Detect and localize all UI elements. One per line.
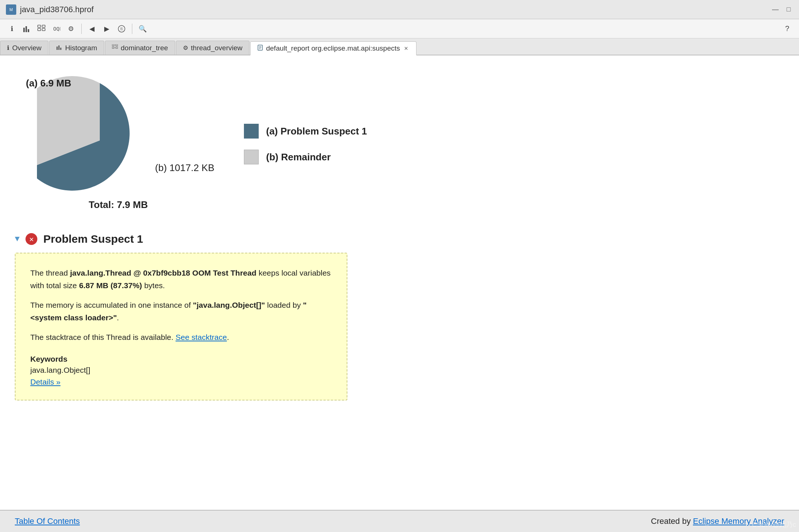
info-toolbar-button[interactable]: ℹ <box>6 23 18 35</box>
tab-overview-label: Overview <box>12 44 41 52</box>
main-window: M java_pid38706.hprof — □ ℹ OQL ⚙ ◀ ▶ ⎘ … <box>0 0 799 532</box>
desc2-before: The memory is accumulated in one instanc… <box>30 301 193 309</box>
keywords-title: Keywords <box>30 355 332 364</box>
svg-text:M: M <box>9 7 13 12</box>
tab-bar: ℹ Overview Histogram dominator_tree ⚙ th… <box>0 38 799 55</box>
export-toolbar-button[interactable]: ⎘ <box>116 23 127 35</box>
desc3-after: . <box>227 333 229 341</box>
app-icon: M <box>6 4 16 15</box>
svg-rect-16 <box>112 47 114 48</box>
watermark: CSDN @此乃c <box>752 520 796 529</box>
svg-rect-17 <box>116 44 118 46</box>
svg-rect-5 <box>38 25 41 27</box>
svg-rect-3 <box>26 26 27 32</box>
tab-default-report[interactable]: default_report org.eclipse.mat.api:suspe… <box>250 41 416 55</box>
tab-thread-label: thread_overview <box>191 44 242 52</box>
main-content: (a) 6.9 MB (b) 1017.2 KB Total: 7.9 MB <box>0 55 799 510</box>
toc-link[interactable]: Table Of Contents <box>15 516 80 526</box>
tab-dominator-icon <box>112 44 118 52</box>
tab-thread-overview[interactable]: ⚙ thread_overview <box>176 41 249 55</box>
window-controls: — □ <box>771 5 793 14</box>
tab-overview-icon: ℹ <box>7 44 9 51</box>
help-button[interactable]: ? <box>781 23 793 35</box>
svg-text:OQL: OQL <box>53 26 60 32</box>
desc2-end: . <box>117 313 119 322</box>
tab-report-close[interactable]: ✕ <box>403 45 409 52</box>
created-by-text: Created by <box>651 516 693 526</box>
search-toolbar-button[interactable]: 🔍 <box>137 23 149 35</box>
settings-toolbar-button[interactable]: ⚙ <box>65 23 77 35</box>
tab-overview[interactable]: ℹ Overview <box>0 41 48 55</box>
legend-color-a <box>244 124 259 139</box>
details-link[interactable]: Details » <box>30 378 61 386</box>
keywords-value: java.lang.Object[] <box>30 366 332 375</box>
desc1-bold: java.lang.Thread @ 0x7bf9cbb18 OOM Test … <box>70 269 256 277</box>
title-bar: M java_pid38706.hprof — □ <box>0 0 799 19</box>
minimize-button[interactable]: — <box>771 5 780 14</box>
description-3: The stacktrace of this Thread is availab… <box>30 331 332 344</box>
legend-color-b <box>244 150 259 164</box>
legend-item-b: (b) Remainder <box>244 150 367 164</box>
pie-total: Total: 7.9 MB <box>89 199 148 211</box>
svg-text:⎘: ⎘ <box>120 27 123 31</box>
tab-histogram[interactable]: Histogram <box>49 41 104 55</box>
legend-item-a: (a) Problem Suspect 1 <box>244 124 367 139</box>
svg-rect-15 <box>112 44 114 46</box>
window-title: java_pid38706.hprof <box>20 5 771 14</box>
forward-toolbar-button[interactable]: ▶ <box>101 23 113 35</box>
oql-toolbar-button[interactable]: OQL <box>50 23 62 35</box>
tab-dominator-label: dominator_tree <box>121 44 168 52</box>
svg-rect-8 <box>42 28 45 31</box>
toolbar: ℹ OQL ⚙ ◀ ▶ ⎘ 🔍 ? <box>0 19 799 38</box>
chart-legend: (a) Problem Suspect 1 (b) Remainder <box>244 124 367 164</box>
suspect-header: ▼ ✕ Problem Suspect 1 <box>15 233 784 245</box>
keywords-section: Keywords java.lang.Object[] Details » <box>30 355 332 386</box>
maximize-button[interactable]: □ <box>784 5 793 14</box>
svg-rect-7 <box>42 25 45 27</box>
suspect-title: Problem Suspect 1 <box>43 233 143 245</box>
chart-section: (a) 6.9 MB (b) 1017.2 KB Total: 7.9 MB <box>15 66 784 222</box>
desc1-end: bytes. <box>142 281 165 290</box>
svg-rect-2 <box>23 28 25 32</box>
histogram-toolbar-button[interactable] <box>21 23 33 35</box>
tab-histogram-label: Histogram <box>65 44 97 52</box>
description-2: The memory is accumulated in one instanc… <box>30 299 332 324</box>
legend-label-a: (a) Problem Suspect 1 <box>266 126 367 137</box>
desc1-before: The thread <box>30 269 70 277</box>
pie-chart-container: (a) 6.9 MB (b) 1017.2 KB Total: 7.9 MB <box>15 66 222 222</box>
toolbar-separator-1 <box>81 24 82 34</box>
footer: Table Of Contents Created by Eclipse Mem… <box>0 510 799 532</box>
pie-label-a: (a) 6.9 MB <box>26 78 71 89</box>
svg-rect-14 <box>60 48 61 50</box>
dominator-tree-toolbar-button[interactable] <box>35 23 47 35</box>
back-toolbar-button[interactable]: ◀ <box>86 23 98 35</box>
pie-chart <box>37 74 177 207</box>
stacktrace-link[interactable]: See stacktrace <box>176 333 227 341</box>
desc3-before: The stacktrace of this Thread is availab… <box>30 333 176 341</box>
description-1: The thread java.lang.Thread @ 0x7bf9cbb1… <box>30 267 332 291</box>
chevron-down-icon[interactable]: ▼ <box>15 235 20 244</box>
footer-left: Table Of Contents <box>15 516 80 526</box>
tab-dominator-tree[interactable]: dominator_tree <box>105 41 175 55</box>
error-icon: ✕ <box>26 233 37 245</box>
toolbar-separator-2 <box>132 24 132 34</box>
legend-label-b: (b) Remainder <box>266 151 331 163</box>
svg-rect-4 <box>28 29 29 32</box>
tab-report-label: default_report org.eclipse.mat.api:suspe… <box>266 44 400 52</box>
desc2-after: loaded by <box>265 301 303 309</box>
pie-label-b: (b) 1017.2 KB <box>155 162 214 174</box>
tab-report-icon <box>257 45 263 52</box>
tab-thread-icon: ⚙ <box>183 44 188 51</box>
tab-histogram-icon <box>56 44 62 52</box>
svg-rect-12 <box>57 47 58 50</box>
info-box: The thread java.lang.Thread @ 0x7bf9cbb1… <box>15 253 347 400</box>
svg-rect-6 <box>38 28 41 31</box>
svg-rect-18 <box>116 47 118 48</box>
svg-rect-13 <box>58 45 59 50</box>
desc1-bold2: 6.87 MB (87.37%) <box>79 281 142 290</box>
desc2-bold: "java.lang.Object[]" <box>193 301 265 309</box>
